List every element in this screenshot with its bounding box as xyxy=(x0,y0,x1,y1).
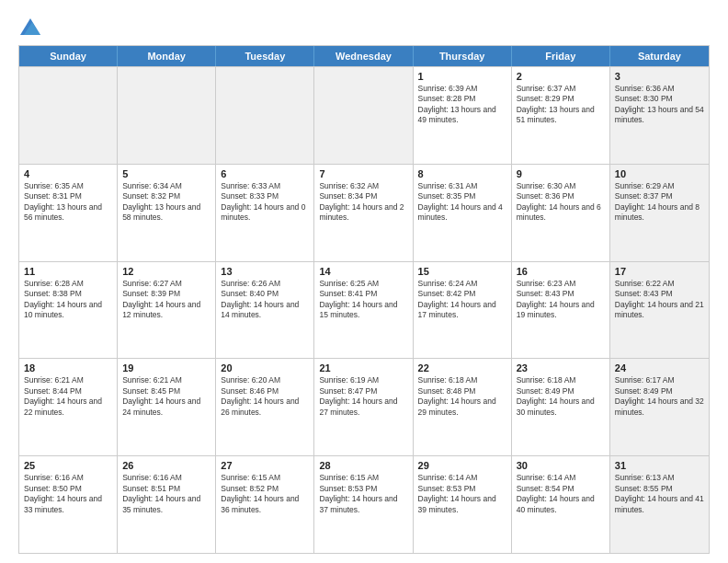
sunrise-text: Sunrise: 6:17 AM xyxy=(615,375,704,385)
calendar-cell-8: 8Sunrise: 6:31 AMSunset: 8:35 PMDaylight… xyxy=(414,165,512,261)
calendar-cell-16: 16Sunrise: 6:23 AMSunset: 8:43 PMDayligh… xyxy=(512,262,610,359)
sunrise-text: Sunrise: 6:33 AM xyxy=(221,181,309,191)
header-day-thursday: Thursday xyxy=(414,46,512,66)
day-number: 18 xyxy=(24,362,112,373)
daylight-text: Daylight: 14 hours and 21 minutes. xyxy=(615,300,704,321)
daylight-text: Daylight: 14 hours and 22 minutes. xyxy=(24,396,112,418)
sunset-text: Sunset: 8:50 PM xyxy=(24,484,112,494)
sunrise-text: Sunrise: 6:27 AM xyxy=(122,279,210,289)
daylight-text: Daylight: 14 hours and 33 minutes. xyxy=(24,494,112,515)
sunset-text: Sunset: 8:39 PM xyxy=(122,289,210,299)
daylight-text: Daylight: 14 hours and 14 minutes. xyxy=(221,300,309,321)
calendar-cell-29: 29Sunrise: 6:14 AMSunset: 8:53 PMDayligh… xyxy=(414,456,512,553)
sunset-text: Sunset: 8:30 PM xyxy=(615,94,704,104)
sunrise-text: Sunrise: 6:13 AM xyxy=(615,473,704,483)
daylight-text: Daylight: 14 hours and 29 minutes. xyxy=(418,396,506,418)
calendar-cell-11: 11Sunrise: 6:28 AMSunset: 8:38 PMDayligh… xyxy=(19,262,118,359)
day-number: 23 xyxy=(517,362,605,373)
calendar-cell-18: 18Sunrise: 6:21 AMSunset: 8:44 PMDayligh… xyxy=(19,359,118,455)
sunset-text: Sunset: 8:55 PM xyxy=(615,484,704,494)
sunset-text: Sunset: 8:41 PM xyxy=(319,289,407,299)
daylight-text: Daylight: 14 hours and 24 minutes. xyxy=(122,396,210,418)
sunrise-text: Sunrise: 6:24 AM xyxy=(418,279,506,289)
daylight-text: Daylight: 14 hours and 6 minutes. xyxy=(517,202,605,224)
sunset-text: Sunset: 8:44 PM xyxy=(24,386,112,396)
sunrise-text: Sunrise: 6:37 AM xyxy=(517,84,605,94)
sunset-text: Sunset: 8:54 PM xyxy=(517,484,605,494)
day-number: 17 xyxy=(615,266,704,277)
day-number: 3 xyxy=(615,71,704,82)
sunset-text: Sunset: 8:28 PM xyxy=(418,94,506,104)
calendar-cell-12: 12Sunrise: 6:27 AMSunset: 8:39 PMDayligh… xyxy=(118,262,216,359)
sunset-text: Sunset: 8:47 PM xyxy=(319,386,407,396)
header xyxy=(18,17,710,36)
sunrise-text: Sunrise: 6:15 AM xyxy=(221,473,309,483)
logo-icon xyxy=(20,18,40,35)
calendar-cell-19: 19Sunrise: 6:21 AMSunset: 8:45 PMDayligh… xyxy=(118,359,216,455)
sunrise-text: Sunrise: 6:32 AM xyxy=(319,181,407,191)
day-number: 16 xyxy=(517,266,605,277)
calendar-cell-25: 25Sunrise: 6:16 AMSunset: 8:50 PMDayligh… xyxy=(19,456,118,553)
sunrise-text: Sunrise: 6:16 AM xyxy=(122,473,210,483)
day-number: 30 xyxy=(517,460,605,471)
daylight-text: Daylight: 14 hours and 2 minutes. xyxy=(319,202,407,224)
calendar-cell-22: 22Sunrise: 6:18 AMSunset: 8:48 PMDayligh… xyxy=(414,359,512,455)
calendar-page: SundayMondayTuesdayWednesdayThursdayFrid… xyxy=(0,0,728,563)
daylight-text: Daylight: 14 hours and 41 minutes. xyxy=(615,494,704,515)
day-number: 1 xyxy=(418,71,506,82)
sunset-text: Sunset: 8:35 PM xyxy=(418,191,506,201)
calendar-cell-empty-0-0 xyxy=(19,67,118,164)
sunset-text: Sunset: 8:45 PM xyxy=(122,386,210,396)
sunrise-text: Sunrise: 6:19 AM xyxy=(319,375,407,385)
calendar-cell-17: 17Sunrise: 6:22 AMSunset: 8:43 PMDayligh… xyxy=(610,262,709,359)
sunrise-text: Sunrise: 6:26 AM xyxy=(221,279,309,289)
daylight-text: Daylight: 14 hours and 10 minutes. xyxy=(24,300,112,321)
sunrise-text: Sunrise: 6:35 AM xyxy=(24,181,112,191)
calendar-cell-20: 20Sunrise: 6:20 AMSunset: 8:46 PMDayligh… xyxy=(216,359,314,455)
day-number: 14 xyxy=(319,266,407,277)
header-day-monday: Monday xyxy=(118,46,216,66)
calendar-cell-4: 4Sunrise: 6:35 AMSunset: 8:31 PMDaylight… xyxy=(19,165,118,261)
sunset-text: Sunset: 8:40 PM xyxy=(221,289,309,299)
day-number: 10 xyxy=(615,168,704,179)
sunset-text: Sunset: 8:37 PM xyxy=(615,191,704,201)
sunset-text: Sunset: 8:53 PM xyxy=(418,484,506,494)
sunset-text: Sunset: 8:34 PM xyxy=(319,191,407,201)
sunrise-text: Sunrise: 6:18 AM xyxy=(418,375,506,385)
day-number: 11 xyxy=(24,266,112,277)
calendar-row-3: 11Sunrise: 6:28 AMSunset: 8:38 PMDayligh… xyxy=(19,261,709,359)
sunset-text: Sunset: 8:38 PM xyxy=(24,289,112,299)
daylight-text: Daylight: 14 hours and 4 minutes. xyxy=(418,202,506,224)
calendar-cell-5: 5Sunrise: 6:34 AMSunset: 8:32 PMDaylight… xyxy=(118,165,216,261)
calendar: SundayMondayTuesdayWednesdayThursdayFrid… xyxy=(18,45,710,554)
sunset-text: Sunset: 8:43 PM xyxy=(615,289,704,299)
calendar-cell-27: 27Sunrise: 6:15 AMSunset: 8:52 PMDayligh… xyxy=(216,456,314,553)
header-day-tuesday: Tuesday xyxy=(216,46,314,66)
day-number: 29 xyxy=(418,460,506,471)
day-number: 22 xyxy=(418,362,506,373)
daylight-text: Daylight: 14 hours and 0 minutes. xyxy=(221,202,309,224)
daylight-text: Daylight: 14 hours and 12 minutes. xyxy=(122,300,210,321)
calendar-cell-15: 15Sunrise: 6:24 AMSunset: 8:42 PMDayligh… xyxy=(414,262,512,359)
sunrise-text: Sunrise: 6:21 AM xyxy=(122,375,210,385)
day-number: 24 xyxy=(615,362,704,373)
calendar-cell-6: 6Sunrise: 6:33 AMSunset: 8:33 PMDaylight… xyxy=(216,165,314,261)
sunrise-text: Sunrise: 6:30 AM xyxy=(517,181,605,191)
daylight-text: Daylight: 13 hours and 49 minutes. xyxy=(418,105,506,126)
daylight-text: Daylight: 14 hours and 30 minutes. xyxy=(517,396,605,418)
sunrise-text: Sunrise: 6:21 AM xyxy=(24,375,112,385)
calendar-cell-13: 13Sunrise: 6:26 AMSunset: 8:40 PMDayligh… xyxy=(216,262,314,359)
day-number: 2 xyxy=(517,71,605,82)
day-number: 12 xyxy=(122,266,210,277)
sunset-text: Sunset: 8:51 PM xyxy=(122,484,210,494)
daylight-text: Daylight: 14 hours and 36 minutes. xyxy=(221,494,309,515)
calendar-cell-1: 1Sunrise: 6:39 AMSunset: 8:28 PMDaylight… xyxy=(414,67,512,164)
daylight-text: Daylight: 14 hours and 32 minutes. xyxy=(615,396,704,418)
calendar-body: 1Sunrise: 6:39 AMSunset: 8:28 PMDaylight… xyxy=(19,66,709,553)
sunrise-text: Sunrise: 6:36 AM xyxy=(615,84,704,94)
calendar-row-5: 25Sunrise: 6:16 AMSunset: 8:50 PMDayligh… xyxy=(19,455,709,553)
logo xyxy=(18,17,40,36)
calendar-cell-empty-0-1 xyxy=(118,67,216,164)
daylight-text: Daylight: 14 hours and 35 minutes. xyxy=(122,494,210,515)
calendar-cell-empty-0-2 xyxy=(216,67,314,164)
